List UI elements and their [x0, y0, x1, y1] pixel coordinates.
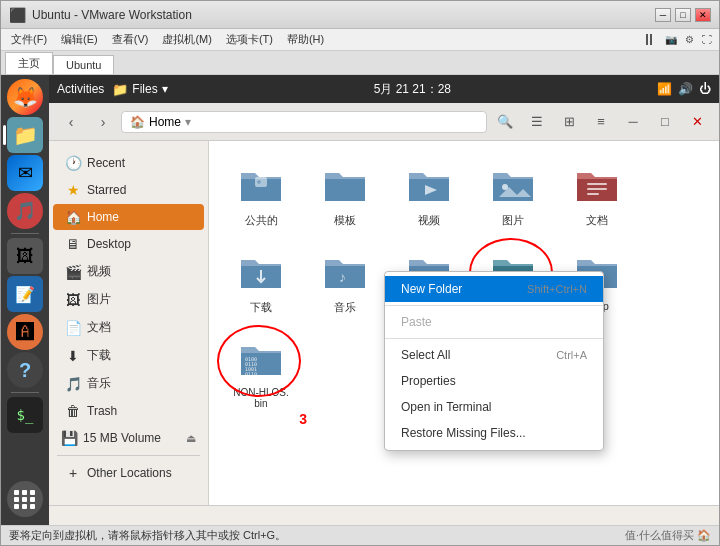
sidebar-item-music[interactable]: 🎵 音乐: [53, 370, 204, 397]
volume-sidebar-icon: 💾: [61, 430, 77, 446]
trash-icon: 🗑: [65, 403, 81, 419]
dock-help[interactable]: ?: [7, 352, 43, 388]
sidebar-pictures-label: 图片: [87, 291, 111, 308]
file-item-public[interactable]: 公共的: [225, 157, 297, 232]
recent-icon: 🕐: [65, 155, 81, 171]
home-icon: 🏠: [130, 115, 145, 129]
dock-files[interactable]: 📁: [7, 117, 43, 153]
context-menu: New Folder Shift+Ctrl+N Paste Select All…: [384, 271, 604, 451]
file-item-pictures[interactable]: 图片: [477, 157, 549, 232]
ctx-paste-label: Paste: [401, 315, 432, 329]
vm-tab-ubuntu[interactable]: Ubuntu: [53, 55, 114, 74]
sidebar-recent-label: Recent: [87, 156, 125, 170]
back-button[interactable]: ‹: [57, 108, 85, 136]
sidebar-item-home[interactable]: 🏠 Home: [53, 204, 204, 230]
other-locations-icon: +: [65, 465, 81, 481]
sidebar-item-documents[interactable]: 📄 文档: [53, 314, 204, 341]
sidebar-documents-label: 文档: [87, 319, 111, 336]
vm-tabs: 主页 Ubuntu: [1, 51, 719, 75]
gnome-tray: 📶 🔊 ⏻: [657, 82, 711, 96]
dock-firefox[interactable]: 🦊: [7, 79, 43, 115]
toolbar-play[interactable]: ⏸: [638, 31, 660, 49]
menu-file[interactable]: 文件(F): [5, 30, 53, 49]
ctx-properties[interactable]: Properties: [385, 368, 603, 394]
sidebar-item-trash[interactable]: 🗑 Trash: [53, 398, 204, 424]
minimize-button[interactable]: ─: [655, 8, 671, 22]
network-icon: 📶: [657, 82, 672, 96]
location-bar[interactable]: 🏠 Home ▾: [121, 111, 487, 133]
menu-button[interactable]: ≡: [587, 108, 615, 136]
menu-tabs[interactable]: 选项卡(T): [220, 30, 279, 49]
dock-rhythmbox[interactable]: 🎵: [7, 193, 43, 229]
eject-icon[interactable]: ⏏: [186, 432, 196, 445]
nautilus-sidebar: 🕐 Recent ★ Starred 🏠 Home: [49, 141, 209, 505]
window-minimize[interactable]: ─: [619, 108, 647, 136]
vm-tab-home[interactable]: 主页: [5, 52, 53, 74]
svg-text:0110: 0110: [245, 371, 257, 377]
sidebar-item-other-locations[interactable]: + Other Locations: [53, 460, 204, 486]
svg-text:♪: ♪: [339, 269, 346, 285]
volume-icon: 🔊: [678, 82, 693, 96]
ctx-separator-1: [385, 305, 603, 306]
file-item-videos[interactable]: 视频: [393, 157, 465, 232]
nautilus-header: ‹ › 🏠 Home ▾ 🔍 ☰ ⊞ ≡ ─ □ ✕: [49, 103, 719, 141]
sidebar-item-pictures[interactable]: 🖼 图片: [53, 286, 204, 313]
toolbar-snapshot[interactable]: 📷: [662, 34, 680, 45]
nautilus-statusbar: [49, 505, 719, 525]
vmware-title: Ubuntu - VMware Workstation: [32, 8, 655, 22]
file-item-nonhlos[interactable]: 0100 0110 1001 0110 NON-HLOS.bin 3: [225, 331, 297, 413]
sidebar-item-volume[interactable]: 💾 15 MB Volume ⏏: [49, 425, 208, 451]
ctx-paste: Paste: [385, 309, 603, 335]
dock-mail[interactable]: ✉: [7, 155, 43, 191]
sidebar-item-desktop[interactable]: 🖥 Desktop: [53, 231, 204, 257]
file-item-templates[interactable]: 模板: [309, 157, 381, 232]
ubuntu-dock: 🦊 📁 ✉ 🎵 🖼 📝 🅰: [1, 75, 49, 525]
sidebar-item-downloads[interactable]: ⬇ 下载: [53, 342, 204, 369]
starred-icon: ★: [65, 182, 81, 198]
file-item-documents[interactable]: 文档: [561, 157, 633, 232]
search-button[interactable]: 🔍: [491, 108, 519, 136]
menu-help[interactable]: 帮助(H): [281, 30, 330, 49]
dock-shotwell[interactable]: 🖼: [7, 238, 43, 274]
toolbar-settings[interactable]: ⚙: [682, 34, 697, 45]
gnome-files-menu[interactable]: 📁 Files ▾: [112, 82, 167, 97]
home-sidebar-icon: 🏠: [65, 209, 81, 225]
window-maximize[interactable]: □: [651, 108, 679, 136]
ctx-properties-label: Properties: [401, 374, 456, 388]
ctx-new-folder-label: New Folder: [401, 282, 462, 296]
sidebar-item-recent[interactable]: 🕐 Recent: [53, 150, 204, 176]
ctx-open-terminal[interactable]: Open in Terminal: [385, 394, 603, 420]
close-button[interactable]: ✕: [695, 8, 711, 22]
dock-terminal[interactable]: $_: [7, 397, 43, 433]
ctx-select-all[interactable]: Select All Ctrl+A: [385, 342, 603, 368]
svg-rect-7: [587, 193, 599, 195]
dock-software[interactable]: 🅰: [7, 314, 43, 350]
gnome-clock[interactable]: 5月 21 21：28: [168, 81, 657, 98]
file-item-music[interactable]: ♪ 音乐: [309, 244, 381, 319]
file-item-downloads[interactable]: 下载: [225, 244, 297, 319]
dock-libreoffice[interactable]: 📝: [7, 276, 43, 312]
header-actions: 🔍 ☰ ⊞ ≡ ─ □ ✕: [491, 108, 711, 136]
forward-button[interactable]: ›: [89, 108, 117, 136]
gnome-activities-button[interactable]: Activities: [57, 82, 104, 96]
dock-apps-grid[interactable]: [7, 481, 43, 517]
menu-vm[interactable]: 虚拟机(M): [156, 30, 218, 49]
menu-view[interactable]: 查看(V): [106, 30, 155, 49]
ctx-restore-files[interactable]: Restore Missing Files...: [385, 420, 603, 446]
folder-downloads-icon: [237, 248, 285, 296]
vmware-titlebar: ⬛ Ubuntu - VMware Workstation ─ □ ✕: [1, 1, 719, 29]
window-close[interactable]: ✕: [683, 108, 711, 136]
ctx-new-folder[interactable]: New Folder Shift+Ctrl+N: [385, 276, 603, 302]
view-grid-button[interactable]: ⊞: [555, 108, 583, 136]
sidebar-item-videos[interactable]: 🎬 视频: [53, 258, 204, 285]
sidebar-volume-label: 15 MB Volume: [83, 431, 161, 445]
view-list-button[interactable]: ☰: [523, 108, 551, 136]
maximize-button[interactable]: □: [675, 8, 691, 22]
menu-edit[interactable]: 编辑(E): [55, 30, 104, 49]
ctx-select-all-label: Select All: [401, 348, 450, 362]
svg-rect-6: [587, 188, 607, 190]
sidebar-item-starred[interactable]: ★ Starred: [53, 177, 204, 203]
toolbar-fullscreen[interactable]: ⛶: [699, 34, 715, 45]
location-chevron: ▾: [185, 115, 191, 129]
folder-videos-label: 视频: [418, 213, 440, 228]
